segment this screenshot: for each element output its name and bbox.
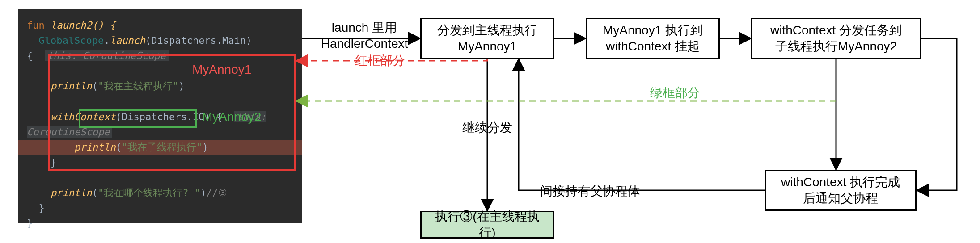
globalscope: GlobalScope	[39, 35, 104, 46]
node-dispatch-main: 分发到主线程执行 MyAnnoy1	[420, 18, 554, 59]
lh-l2: HandlerContext	[321, 37, 408, 50]
n1-l2: MyAnnoy1	[458, 38, 517, 54]
n2-l2: withContext 挂起	[606, 38, 700, 54]
label-continue-dispatch: 继续分发	[460, 120, 514, 136]
arrow-n4-to-n1	[519, 59, 765, 190]
fn-name: launch2() {	[45, 20, 116, 31]
n3-l1: withContext 分发任务到	[770, 22, 902, 38]
label-red-part: 红框部分	[344, 53, 416, 69]
str3: "我在哪个线程执行? "	[98, 187, 200, 198]
n1-l1: 分发到主线程执行	[437, 22, 537, 38]
annotation-myannoy2: MyAnnoy2	[202, 110, 261, 124]
n3-l2: 子线程执行MyAnnoy2	[775, 38, 897, 54]
arrow-n3-to-n4	[917, 38, 957, 190]
n4-l1: withContext 执行完成	[781, 174, 900, 190]
label-hold-parent: 间接持有父协程体	[536, 183, 644, 199]
kw-fun: fun	[27, 20, 45, 31]
println3: println	[51, 187, 92, 198]
diagram-root: fun launch2() { GlobalScope.launch(Dispa…	[0, 0, 980, 243]
println1: println	[51, 80, 92, 92]
close1: }	[51, 157, 56, 168]
hint1: this: CoroutineScope	[45, 50, 169, 61]
node-withcontext-dispatch: withContext 分发任务到 子线程执行MyAnnoy2	[751, 18, 921, 59]
str1: "我在主线程执行"	[98, 80, 179, 92]
n4-l2: 后通知父协程	[803, 190, 878, 206]
close2: }	[39, 202, 45, 214]
println2: println	[74, 142, 116, 153]
annotation-myannoy1: MyAnnoy1	[192, 63, 251, 77]
launch-call: launch	[110, 35, 145, 46]
label-green-part: 绿框部分	[639, 85, 711, 101]
node-withcontext-suspend: MyAnnoy1 执行到 withContext 挂起	[586, 18, 720, 59]
lh-l1: launch 里用	[332, 21, 397, 34]
str2: "我在子线程执行"	[122, 142, 203, 153]
node-run-step3: 执行③(在主线程执行)	[420, 211, 554, 239]
comment3: //③	[206, 187, 227, 198]
label-launch-handler: launch 里用 HandlerContext	[313, 20, 416, 52]
n5-l1: 执行③(在主线程执行)	[429, 209, 546, 241]
node-withcontext-done: withContext 执行完成 后通知父协程	[765, 170, 917, 211]
n2-l1: MyAnnoy1 执行到	[603, 22, 703, 38]
withcontext: withContext	[51, 111, 116, 122]
close3: }	[27, 218, 33, 229]
